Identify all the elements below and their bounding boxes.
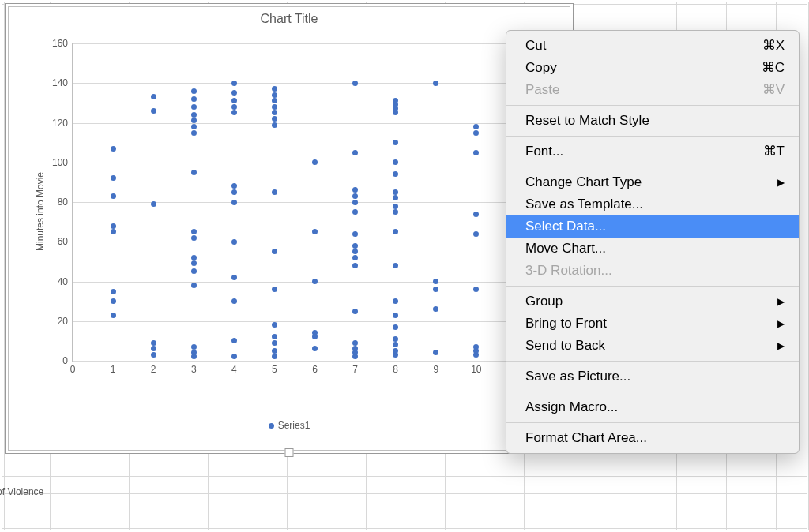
data-point[interactable] <box>191 104 197 110</box>
data-point[interactable] <box>393 189 398 195</box>
chart-title[interactable]: Chart Title <box>9 7 570 28</box>
data-point[interactable] <box>312 159 318 165</box>
data-point[interactable] <box>352 243 358 249</box>
data-point[interactable] <box>352 249 358 254</box>
data-point[interactable] <box>272 116 277 122</box>
data-point[interactable] <box>272 92 277 98</box>
data-point[interactable] <box>352 193 358 199</box>
data-point[interactable] <box>352 309 358 314</box>
data-point[interactable] <box>393 342 398 347</box>
data-point[interactable] <box>473 130 479 136</box>
data-point[interactable] <box>352 231 358 237</box>
data-point[interactable] <box>272 122 277 128</box>
data-point[interactable] <box>433 350 438 355</box>
data-point[interactable] <box>191 130 197 136</box>
data-point[interactable] <box>191 255 197 260</box>
data-point[interactable] <box>191 268 197 274</box>
data-point[interactable] <box>272 249 277 254</box>
data-point[interactable] <box>151 346 156 351</box>
data-point[interactable] <box>272 104 277 110</box>
data-point[interactable] <box>272 287 277 292</box>
data-point[interactable] <box>111 313 116 318</box>
data-point[interactable] <box>393 263 398 268</box>
data-point[interactable] <box>272 348 277 354</box>
data-point[interactable] <box>151 201 156 207</box>
data-point[interactable] <box>433 81 438 86</box>
menu-save-as-template[interactable]: Save as Template... <box>506 193 799 215</box>
data-point[interactable] <box>111 289 116 294</box>
menu-select-data[interactable]: Select Data... <box>506 215 799 238</box>
data-point[interactable] <box>312 346 318 351</box>
y-axis-label[interactable]: Minutes into Movie <box>35 171 46 250</box>
data-point[interactable] <box>393 229 398 234</box>
data-point[interactable] <box>231 189 237 195</box>
data-point[interactable] <box>272 98 277 103</box>
data-point[interactable] <box>111 223 116 229</box>
data-point[interactable] <box>272 334 277 339</box>
data-point[interactable] <box>191 96 197 102</box>
data-point[interactable] <box>433 279 438 284</box>
data-point[interactable] <box>272 86 277 92</box>
plot-area[interactable]: 020406080100120140160012345678910 <box>72 43 557 362</box>
data-point[interactable] <box>272 110 277 115</box>
data-point[interactable] <box>312 229 318 234</box>
data-point[interactable] <box>151 352 156 358</box>
data-point[interactable] <box>191 235 197 241</box>
data-point[interactable] <box>352 81 358 86</box>
data-point[interactable] <box>352 209 358 215</box>
data-point[interactable] <box>393 159 398 165</box>
menu-change-chart-type[interactable]: Change Chart Type ▶ <box>506 171 799 193</box>
menu-font[interactable]: Font... ⌘T <box>506 140 799 163</box>
data-point[interactable] <box>191 124 197 129</box>
data-point[interactable] <box>272 354 277 359</box>
data-point[interactable] <box>191 260 197 266</box>
data-point[interactable] <box>191 344 197 350</box>
data-point[interactable] <box>352 200 358 205</box>
menu-reset-style[interactable]: Reset to Match Style <box>506 110 799 132</box>
menu-assign-macro[interactable]: Assign Macro... <box>506 396 799 418</box>
data-point[interactable] <box>272 322 277 328</box>
data-point[interactable] <box>111 175 116 181</box>
data-point[interactable] <box>352 263 358 268</box>
data-point[interactable] <box>433 287 438 292</box>
data-point[interactable] <box>111 229 116 234</box>
data-point[interactable] <box>473 212 479 217</box>
data-point[interactable] <box>191 112 197 118</box>
data-point[interactable] <box>231 200 237 205</box>
data-point[interactable] <box>473 231 479 237</box>
data-point[interactable] <box>352 187 358 193</box>
data-point[interactable] <box>272 189 277 195</box>
data-point[interactable] <box>231 90 237 96</box>
menu-format-chart-area[interactable]: Format Chart Area... <box>506 427 799 449</box>
data-point[interactable] <box>231 98 237 103</box>
menu-bring-to-front[interactable]: Bring to Front ▶ <box>506 313 799 335</box>
data-point[interactable] <box>151 340 156 346</box>
data-point[interactable] <box>231 275 237 280</box>
data-point[interactable] <box>231 110 237 115</box>
data-point[interactable] <box>473 287 479 292</box>
data-point[interactable] <box>111 146 116 152</box>
data-point[interactable] <box>231 338 237 343</box>
data-point[interactable] <box>352 340 358 346</box>
data-point[interactable] <box>231 104 237 110</box>
data-point[interactable] <box>393 298 398 304</box>
data-point[interactable] <box>231 183 237 189</box>
data-point[interactable] <box>191 229 197 234</box>
data-point[interactable] <box>151 94 156 99</box>
data-point[interactable] <box>231 354 237 359</box>
menu-cut[interactable]: Cut ⌘X <box>506 35 799 57</box>
data-point[interactable] <box>231 81 237 86</box>
data-point[interactable] <box>473 124 479 129</box>
data-point[interactable] <box>393 336 398 342</box>
data-point[interactable] <box>352 255 358 260</box>
data-point[interactable] <box>352 150 358 155</box>
data-point[interactable] <box>231 239 237 245</box>
data-point[interactable] <box>111 298 116 304</box>
legend[interactable]: Series1 <box>9 420 570 431</box>
data-point[interactable] <box>151 108 156 114</box>
resize-handle-bottom[interactable] <box>285 448 294 457</box>
chart-object[interactable]: Chart Title Minutes into Movie 020406080… <box>5 3 574 454</box>
data-point[interactable] <box>312 279 318 284</box>
data-point[interactable] <box>191 283 197 288</box>
data-point[interactable] <box>393 324 398 330</box>
